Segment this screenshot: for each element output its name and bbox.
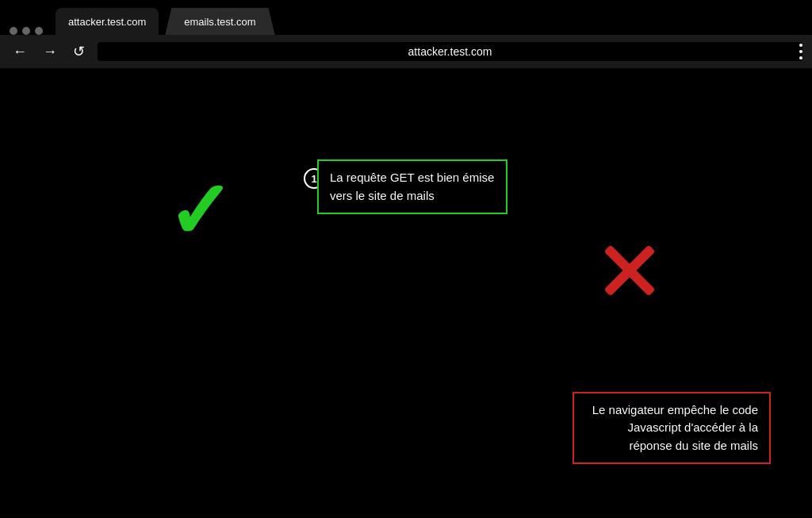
reload-button[interactable]: ↺ — [70, 40, 88, 63]
dot-3 — [35, 27, 43, 35]
address-bar[interactable] — [98, 42, 802, 61]
forward-button[interactable]: → — [40, 40, 60, 63]
menu-dot-1 — [799, 44, 802, 47]
annotation-1-text: La requête GET est bien émise vers le si… — [330, 171, 494, 202]
red-x-icon — [602, 243, 657, 298]
tab-bar: attacker.test.com emails.test.com — [0, 0, 812, 35]
toolbar: ← → ↺ — [0, 35, 812, 68]
menu-dot-2 — [799, 50, 802, 53]
dot-1 — [10, 27, 17, 35]
tab-active[interactable]: attacker.test.com — [56, 8, 159, 35]
window-controls — [10, 27, 43, 35]
annotation-box-2: Le navigateur empêche le code Javascript… — [573, 392, 771, 465]
back-button[interactable]: ← — [10, 40, 30, 63]
annotation-box-1: La requête GET est bien émise vers le si… — [317, 159, 508, 214]
dot-2 — [22, 27, 30, 35]
annotation-2-text: Le navigateur empêche le code Javascript… — [592, 403, 758, 452]
tab-2-label: emails.test.com — [184, 16, 255, 28]
green-checkmark: ✓ — [167, 171, 233, 251]
menu-dot-3 — [799, 56, 802, 59]
tab-second[interactable]: emails.test.com — [165, 8, 274, 35]
menu-button[interactable] — [799, 44, 802, 59]
content-area: ✓ 1 La requête GET est bien émise vers l… — [0, 68, 812, 518]
tab-1-label: attacker.test.com — [68, 16, 146, 28]
